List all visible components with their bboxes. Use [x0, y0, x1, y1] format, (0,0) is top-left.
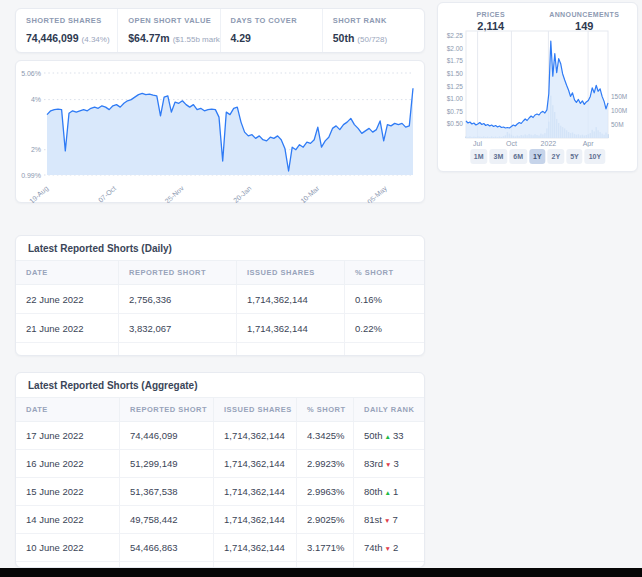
table-cell: 4.3425% [296, 422, 353, 449]
svg-text:4%: 4% [31, 96, 41, 103]
short-interest-chart[interactable]: 5.06%4%2%0.99%19-Aug07-Oct25-Nov20-Jan10… [17, 65, 425, 203]
daily-table-header: DATEREPORTED SHORTISSUED SHARES% SHORT [16, 260, 424, 285]
table-cell: 1,714,362,144 [213, 422, 296, 449]
column-header: % SHORT [296, 398, 353, 421]
column-header: ISSUED SHARES [236, 261, 344, 284]
table-cell: 21 June 2022 [16, 314, 118, 342]
svg-text:$1.75: $1.75 [447, 57, 464, 64]
table-cell: 51,299,149 [119, 450, 213, 477]
svg-text:05-May: 05-May [366, 184, 389, 203]
rank-change: 7 [392, 514, 397, 525]
table-cell: 20 June 2022 [16, 343, 118, 356]
table-cell: 1,714,362,144 [213, 534, 296, 561]
table-row: 17 June 202274,446,0991,714,362,1444.342… [16, 422, 424, 450]
table-cell: 16 June 2022 [16, 450, 119, 477]
daily-shorts-table-card: Latest Reported Shorts (Daily) DATEREPOR… [15, 235, 425, 356]
svg-text:10-Mar: 10-Mar [299, 184, 321, 203]
table-cell: 3.1771% [296, 534, 353, 561]
range-button-6m[interactable]: 6M [509, 149, 527, 164]
svg-text:5.06%: 5.06% [21, 70, 41, 77]
rank-down-arrow-icon: ▼ [385, 461, 391, 468]
column-header: REPORTED SHORT [119, 398, 213, 421]
stat-value-line: 74,446,099(4.34%) [26, 28, 107, 46]
svg-text:0.99%: 0.99% [21, 172, 41, 179]
range-button-1y[interactable]: 1Y [529, 149, 546, 164]
svg-text:100M: 100M [611, 107, 627, 114]
stat-label: DAYS TO COVER [231, 16, 312, 25]
svg-text:19-Aug: 19-Aug [28, 184, 50, 203]
table-cell: 2.9025% [296, 506, 353, 533]
table-cell: 2.9923% [296, 450, 353, 477]
table-row: 21 June 20223,832,0671,714,362,1440.22% [16, 314, 424, 343]
svg-text:150M: 150M [611, 93, 627, 100]
price-chart[interactable]: JulOct2022Apr$2.25$2.00$1.75$1.50$1.25$1… [440, 29, 637, 147]
svg-text:Oct: Oct [506, 140, 517, 147]
column-header: % SHORT [344, 261, 424, 284]
stat-subvalue: ($1.55b market cap) [173, 35, 220, 44]
table-cell: 0.19% [344, 343, 424, 356]
rank-value: 81st [364, 514, 382, 525]
table-cell: 74,446,099 [119, 422, 213, 449]
daily-rank-cell: 83rd▼3 [353, 450, 424, 477]
stat-shorted-shares: SHORTED SHARES74,446,099(4.34%) [16, 9, 117, 52]
stat-value: 50th [333, 32, 355, 44]
range-button-3m[interactable]: 3M [490, 149, 508, 164]
rank-value: 80th [364, 486, 383, 497]
stat-open-short-value: OPEN SHORT VALUE$64.77m($1.55b market ca… [117, 9, 219, 52]
stat-value: 4.29 [231, 32, 251, 44]
daily-rank-cell: 50th▲33 [353, 422, 424, 449]
svg-text:2022: 2022 [541, 140, 557, 147]
range-button-10y[interactable]: 10Y [585, 149, 605, 164]
svg-text:$0.50: $0.50 [447, 120, 464, 127]
time-range-selector: 1M3M6M1Y2Y5Y10Y [470, 149, 605, 164]
stat-short-rank: SHORT RANK50th(50/728) [322, 9, 424, 52]
range-button-1m[interactable]: 1M [470, 149, 488, 164]
svg-text:$1.25: $1.25 [447, 83, 464, 90]
table-cell: 2.9963% [296, 478, 353, 505]
table-cell: 15 June 2022 [16, 478, 119, 505]
stat-label: SHORT RANK [333, 16, 414, 25]
stat-days-to-cover: DAYS TO COVER4.29 [220, 9, 322, 52]
price-panel-card: PRICES 2,114 ANNOUNCEMENTS 149 JulOct202… [437, 2, 638, 172]
svg-text:20-Jan: 20-Jan [232, 184, 253, 203]
rank-up-arrow-icon: ▲ [385, 433, 391, 440]
daily-rank-cell: 80th▲1 [353, 478, 424, 505]
svg-text:$1.00: $1.00 [447, 95, 464, 102]
stat-subvalue: (50/728) [357, 35, 387, 44]
column-header: DATE [16, 398, 119, 421]
svg-text:$2.00: $2.00 [447, 45, 464, 52]
table-cell: 54,466,863 [119, 534, 213, 561]
stat-value: $64.77m [128, 32, 169, 44]
table-row: 22 June 20222,756,3361,714,362,1440.16% [16, 285, 424, 314]
daily-rank-cell: 74th▼2 [353, 534, 424, 561]
price-panel-header: PRICES 2,114 ANNOUNCEMENTS 149 [438, 3, 637, 32]
svg-text:2%: 2% [31, 146, 41, 153]
table-cell: 17 June 2022 [16, 422, 119, 449]
rank-up-arrow-icon: ▲ [385, 489, 391, 496]
rank-change: 33 [393, 430, 404, 441]
table-cell: 1,714,362,144 [236, 314, 344, 342]
table-cell: 14 June 2022 [16, 506, 119, 533]
svg-text:$2.25: $2.25 [447, 32, 464, 39]
table-cell: 2,756,336 [118, 285, 236, 313]
daily-table-title: Latest Reported Shorts (Daily) [16, 236, 424, 260]
svg-text:Jul: Jul [473, 140, 482, 147]
table-cell: 0.22% [344, 314, 424, 342]
short-interest-chart-card: 5.06%4%2%0.99%19-Aug07-Oct25-Nov20-Jan10… [15, 60, 425, 203]
stat-subvalue: (4.34%) [82, 35, 110, 44]
table-row: 15 June 202251,367,5381,714,362,1442.996… [16, 478, 424, 506]
svg-text:Apr: Apr [583, 140, 595, 147]
aggregate-table-header: DATEREPORTED SHORTISSUED SHARES% SHORTDA… [16, 397, 424, 422]
table-cell: 22 June 2022 [16, 285, 118, 313]
rank-down-arrow-icon: ▼ [385, 545, 391, 552]
stat-label: OPEN SHORT VALUE [128, 16, 209, 25]
stats-summary-card: SHORTED SHARES74,446,099(4.34%)OPEN SHOR… [15, 8, 425, 53]
column-header: DAILY RANK [353, 398, 424, 421]
stat-label: SHORTED SHARES [26, 16, 107, 25]
range-button-2y[interactable]: 2Y [548, 149, 565, 164]
range-button-5y[interactable]: 5Y [566, 149, 583, 164]
rank-value: 50th [364, 430, 383, 441]
table-cell: 1,714,362,144 [213, 506, 296, 533]
table-row: 20 June 20223,318,1351,714,362,1440.19% [16, 343, 424, 356]
svg-text:$1.50: $1.50 [447, 70, 464, 77]
